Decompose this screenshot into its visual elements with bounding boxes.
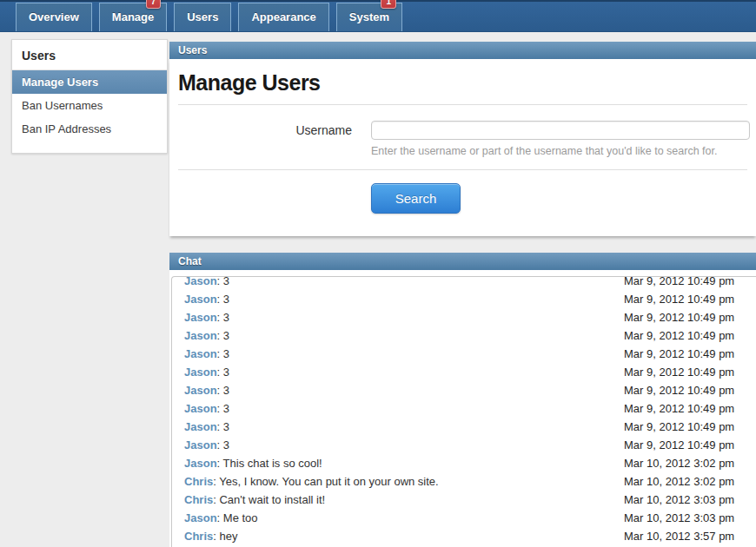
- chat-message-row: Jason: 3 Mar 9, 2012 10:49 pm: [172, 399, 756, 418]
- sidebar: Users Manage UsersBan UsernamesBan IP Ad…: [11, 39, 168, 154]
- chat-message-row: Jason: 3 Mar 9, 2012 10:49 pm: [172, 290, 756, 308]
- chat-colon: :: [217, 293, 223, 306]
- chat-author: Jason: [184, 457, 217, 470]
- chat-author: Jason: [184, 511, 217, 524]
- chat-message-text: 3: [223, 329, 229, 342]
- sidebar-item-ban-usernames[interactable]: Ban Usernames: [12, 94, 167, 117]
- tab-overview[interactable]: Overview: [16, 3, 92, 31]
- chat-timestamp: Mar 10, 2012 3:02 pm: [624, 454, 734, 472]
- chat-panel: Jason: 3 Mar 9, 2012 10:49 pm Jason: 3 M…: [169, 270, 756, 547]
- chat-colon: :: [217, 347, 223, 360]
- chat-message-row: Chris: Yes, I know. You can put it on yo…: [172, 472, 756, 491]
- sidebar-title: Users: [12, 40, 167, 70]
- tab-users[interactable]: Users: [174, 3, 231, 31]
- chat-author: Jason: [184, 366, 217, 379]
- chat-timestamp: Mar 9, 2012 10:49 pm: [624, 290, 734, 308]
- chat-message-text: Yes, I know. You can put it on your own …: [219, 475, 438, 488]
- chat-timestamp: Mar 9, 2012 10:49 pm: [624, 363, 734, 381]
- username-label: Username: [169, 121, 371, 140]
- chat-colon: :: [217, 384, 223, 397]
- chat-message-text: 3: [223, 402, 229, 415]
- chat-message-text: 3: [223, 276, 229, 287]
- chat-colon: :: [217, 311, 223, 324]
- chat-author: Chris: [184, 493, 213, 506]
- search-button[interactable]: Search: [371, 183, 461, 214]
- divider: [178, 169, 747, 170]
- tab-appearance[interactable]: Appearance: [238, 3, 328, 31]
- button-row: Search: [371, 183, 756, 214]
- chat-message-row: Jason: 3 Mar 9, 2012 10:49 pm: [172, 363, 756, 381]
- admin-page: Overview Manage 7 Users Appearance Syste…: [0, 0, 756, 547]
- chat-message-row: Jason: Me too Mar 10, 2012 3:03 pm: [172, 509, 756, 527]
- chat-colon: :: [217, 511, 223, 524]
- chat-message-row: Jason: 3 Mar 9, 2012 10:49 pm: [172, 308, 756, 326]
- chat-author: Jason: [184, 276, 217, 287]
- chat-colon: :: [217, 420, 223, 433]
- chat-message-text: Me too: [223, 511, 258, 524]
- chat-timestamp: Mar 9, 2012 10:49 pm: [624, 436, 734, 454]
- chat-message-row: Jason: 3 Mar 9, 2012 10:49 pm: [172, 381, 756, 399]
- chat-message-text: 3: [223, 420, 229, 433]
- main-content: Users Manage Users Username Enter the us…: [169, 42, 756, 547]
- tab-label: Manage: [112, 10, 154, 23]
- chat-colon: :: [217, 276, 223, 287]
- chat-message-row: Chris: Can't wait to install it! Mar 10,…: [172, 491, 756, 509]
- tab-manage[interactable]: Manage 7: [99, 3, 167, 31]
- sidebar-item-manage-users[interactable]: Manage Users: [12, 70, 167, 94]
- chat-author: Jason: [184, 311, 217, 324]
- chat-message-row: Chris: hey Mar 10, 2012 3:57 pm: [172, 527, 756, 545]
- chat-colon: :: [217, 366, 223, 379]
- notification-badge: 1: [381, 0, 396, 9]
- top-navigation-bar: Overview Manage 7 Users Appearance Syste…: [0, 0, 756, 32]
- chat-message-text: Can't wait to install it!: [219, 493, 325, 506]
- username-input[interactable]: [371, 121, 750, 140]
- tab-label: System: [349, 10, 389, 23]
- chat-author: Jason: [184, 347, 217, 360]
- chat-timestamp: Mar 10, 2012 3:57 pm: [624, 527, 734, 545]
- chat-message-text: hey: [219, 530, 237, 543]
- page-title: Manage Users: [169, 59, 756, 104]
- divider: [178, 104, 747, 105]
- tab-system[interactable]: System 1: [336, 3, 402, 31]
- chat-timestamp: Mar 10, 2012 3:03 pm: [624, 491, 734, 509]
- chat-scroll-content: Jason: 3 Mar 9, 2012 10:49 pm Jason: 3 M…: [172, 276, 756, 545]
- chat-colon: :: [217, 402, 223, 415]
- chat-message-row: Jason: 3 Mar 9, 2012 10:49 pm: [172, 326, 756, 345]
- chat-timestamp: Mar 9, 2012 10:49 pm: [624, 381, 734, 399]
- chat-message-text: 3: [223, 384, 229, 397]
- chat-author: Jason: [184, 402, 217, 415]
- tab-label: Appearance: [251, 10, 315, 23]
- chat-message-row: Jason: 3 Mar 9, 2012 10:49 pm: [172, 276, 756, 290]
- users-panel-header: Users: [169, 42, 756, 59]
- chat-timestamp: Mar 9, 2012 10:49 pm: [624, 345, 734, 363]
- chat-colon: :: [217, 329, 223, 342]
- chat-message-text: This chat is so cool!: [223, 457, 322, 470]
- chat-author: Chris: [184, 530, 213, 543]
- chat-message-text: 3: [223, 311, 229, 324]
- username-help-text: Enter the username or part of the userna…: [371, 145, 747, 157]
- chat-author: Chris: [184, 475, 213, 488]
- chat-timestamp: Mar 10, 2012 3:02 pm: [624, 472, 734, 491]
- chat-message-text: 3: [223, 347, 229, 360]
- chat-message-text: 3: [223, 366, 229, 379]
- chat-timestamp: Mar 9, 2012 10:49 pm: [624, 308, 734, 326]
- chat-panel-header: Chat: [169, 253, 756, 270]
- chat-colon: :: [217, 438, 223, 451]
- sidebar-item-ban-ip-addresses[interactable]: Ban IP Addresses: [12, 117, 167, 141]
- chat-author: Jason: [184, 438, 217, 451]
- tab-label: Users: [187, 10, 218, 23]
- nav-tabs: Overview Manage 7 Users Appearance Syste…: [16, 3, 402, 31]
- chat-colon: :: [217, 457, 223, 470]
- chat-author: Jason: [184, 384, 217, 397]
- notification-badge: 7: [146, 0, 162, 9]
- chat-timestamp: Mar 9, 2012 10:49 pm: [624, 326, 734, 345]
- chat-message-text: 3: [223, 438, 229, 451]
- chat-author: Jason: [184, 329, 217, 342]
- chat-timestamp: Mar 9, 2012 10:49 pm: [624, 276, 734, 290]
- username-form-row: Username: [169, 121, 756, 140]
- panel-gap: [169, 236, 756, 253]
- sidebar-items: Manage UsersBan UsernamesBan IP Addresse…: [12, 70, 167, 141]
- tab-label: Overview: [29, 10, 79, 23]
- chat-message-row: Jason: 3 Mar 9, 2012 10:49 pm: [172, 418, 756, 436]
- chat-message-list[interactable]: Jason: 3 Mar 9, 2012 10:49 pm Jason: 3 M…: [171, 276, 756, 547]
